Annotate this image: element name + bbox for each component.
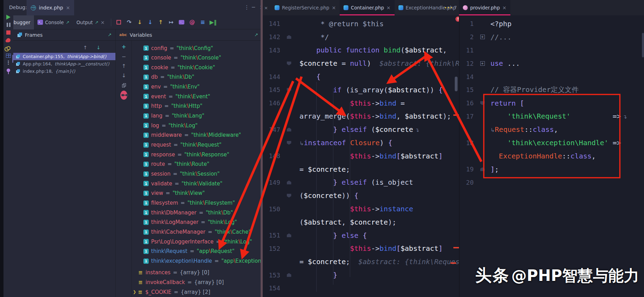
variable-row[interactable]: 1console = "think\Console" xyxy=(143,53,221,63)
debug-session-tab[interactable]: index.php × xyxy=(27,0,74,15)
more-actions-icon[interactable]: ⋮ xyxy=(5,59,12,66)
variable-row[interactable]: 1lang = "think\Lang" xyxy=(143,111,204,121)
move-up-icon[interactable]: ↑ xyxy=(120,63,127,70)
scrollbar-thumb[interactable] xyxy=(455,77,458,91)
code-line: $this->bind = xyxy=(299,97,405,110)
editor-tab-label: provider.php xyxy=(470,5,500,10)
more-tabs-dots-icon: ••• xyxy=(444,6,453,10)
variable-row[interactable]: 1env = "think\Env" xyxy=(143,82,200,92)
code-line: } elseif ($concrete ↴ xyxy=(299,123,419,136)
variable-row[interactable]: ❯≡$_COOKIE = {array} [2] xyxy=(133,287,210,297)
minimize-icon[interactable]: ─ xyxy=(252,4,255,10)
rerun-icon[interactable] xyxy=(5,14,12,20)
next-frame-icon[interactable]: ↓ xyxy=(97,45,101,50)
expand-icon[interactable]: ↗ xyxy=(254,32,258,37)
variable-row[interactable]: 1event = "think\Event" xyxy=(143,92,210,101)
variable-row[interactable]: 1think\Request = "app\Request" xyxy=(143,247,234,256)
error-indicator-icon[interactable]: ! xyxy=(455,16,459,22)
fold-marker-icon[interactable] xyxy=(285,57,293,70)
tab-console[interactable]: >_ Console ↗ xyxy=(34,15,73,29)
close-icon[interactable]: × xyxy=(332,5,336,10)
previous-frame-icon[interactable]: ↑ xyxy=(83,45,87,50)
mute-breakpoints-icon[interactable] xyxy=(5,45,12,51)
fold-marker-icon[interactable] xyxy=(285,123,293,136)
frame-row[interactable]: Container.php:155,think\App->bind() xyxy=(13,53,115,60)
variable-row[interactable]: 1Psr\Log\LoggerInterface = "think\Log" xyxy=(143,237,252,246)
open-in-new-icon[interactable]: ↗ xyxy=(66,20,69,25)
variable-row[interactable]: 1think\exception\Handle = "app\Exception… xyxy=(143,256,261,266)
close-icon[interactable]: × xyxy=(100,20,105,25)
fold-marker-icon[interactable] xyxy=(285,30,293,44)
variable-row[interactable]: 1response = "think\Response" xyxy=(143,150,229,159)
variable-row[interactable]: ≡invokeCallback = {array} [0] xyxy=(138,277,224,287)
fold-marker-icon[interactable] xyxy=(479,163,486,176)
step-over-icon[interactable]: ↷ xyxy=(125,18,134,27)
fold-marker-icon[interactable] xyxy=(479,97,486,110)
more-tabs-indicator[interactable]: •••7 xyxy=(444,0,457,15)
fold-marker-icon[interactable] xyxy=(285,229,293,242)
editor-tab-provider-php[interactable]: provider.php× xyxy=(459,0,510,15)
variable-row[interactable]: 1filesystem = "think\Filesystem" xyxy=(143,198,235,208)
open-in-new-icon[interactable]: ↗ xyxy=(95,20,98,25)
editor-provider-php[interactable]: 12111214151617181920++<?php//...use .../… xyxy=(459,15,644,297)
editor-tab-registerservice-php[interactable]: RegisterService.php× xyxy=(271,0,340,15)
pause-icon[interactable] xyxy=(5,22,12,28)
variable-row[interactable]: 1validate = "think\Validate" xyxy=(143,179,222,188)
fold-marker-icon[interactable] xyxy=(285,136,293,149)
fold-marker-icon[interactable]: + xyxy=(479,30,486,44)
fold-marker-icon[interactable] xyxy=(285,83,293,97)
variable-row[interactable]: 1route = "think\Route" xyxy=(143,160,209,169)
variable-row[interactable]: 1config = "think\Config" xyxy=(143,43,213,53)
view-breakpoints-icon[interactable]: ≡ xyxy=(198,18,207,27)
step-out-icon[interactable]: ↑ xyxy=(156,18,165,27)
close-icon[interactable]: × xyxy=(387,5,391,10)
variable-row[interactable]: 1view = "think\View" xyxy=(143,189,205,198)
scrollbar-thumb[interactable] xyxy=(642,33,644,57)
stop-icon[interactable] xyxy=(5,29,12,36)
fold-marker-icon[interactable] xyxy=(285,189,293,202)
close-icon[interactable]: × xyxy=(263,5,271,10)
variable-row[interactable]: 1log = "think\Log" xyxy=(143,121,198,130)
variable-row[interactable]: 1http = "think\Http" xyxy=(143,101,203,111)
variable-row[interactable]: ≡instances = {array} [0] xyxy=(138,268,209,277)
copy-icon[interactable] xyxy=(120,82,127,89)
editor-container-php[interactable]: 1411421431441451461471481491501511521531… xyxy=(263,15,459,297)
mention-icon[interactable]: @ xyxy=(187,18,197,27)
add-watch-icon[interactable]: + xyxy=(120,43,127,50)
frame-row[interactable]: App.php:164,think\App->__construct() xyxy=(13,60,115,68)
chevron-right-icon[interactable]: ❯ xyxy=(133,290,136,294)
run-to-cursor-icon[interactable]: ↦ xyxy=(167,18,176,27)
fold-marker-icon[interactable] xyxy=(285,268,293,282)
remove-watch-icon[interactable]: − xyxy=(120,53,127,60)
close-icon[interactable]: × xyxy=(502,5,507,10)
tab-output[interactable]: Output ↗ × xyxy=(73,15,108,29)
expand-icon[interactable]: ↗ xyxy=(108,32,112,37)
show-types-glasses-icon[interactable] xyxy=(120,92,127,99)
variable-row[interactable]: 1request = "think\Request" xyxy=(143,140,221,150)
move-down-icon[interactable]: ↓ xyxy=(120,72,127,79)
fold-marker-icon[interactable]: + xyxy=(479,57,486,70)
variable-row[interactable]: 1think\DbManager = "think\Db" xyxy=(143,208,233,217)
show-execution-point-icon[interactable] xyxy=(114,18,123,27)
force-step-into-icon[interactable]: ↓ xyxy=(146,18,155,27)
fold-marker-icon[interactable] xyxy=(285,176,293,189)
frame-row[interactable]: index.php:18,{main}() xyxy=(13,68,115,75)
variable-row[interactable]: 1cookie = "think\Cookie" xyxy=(143,63,215,72)
evaluate-expression-icon[interactable]: >_ xyxy=(177,18,186,27)
pin-tab-icon[interactable] xyxy=(5,67,12,73)
variable-row[interactable]: 1think\CacheManager = "think\Cache" xyxy=(143,227,251,237)
pane-splitter[interactable] xyxy=(261,0,263,297)
editor-tab-container-php[interactable]: Container.php× xyxy=(340,0,394,15)
close-icon[interactable]: × xyxy=(66,5,70,10)
more-options-icon[interactable]: ⋮ xyxy=(244,4,249,10)
line-number: 2 xyxy=(460,30,476,44)
frame-method: {main}() xyxy=(55,69,75,74)
step-into-icon[interactable]: ↓ xyxy=(135,18,144,27)
variable-row[interactable]: 1think\LogManager = "think\Log" xyxy=(143,218,237,227)
variable-row[interactable]: 1db = "think\Db" xyxy=(143,72,194,82)
variable-row[interactable]: 1session = "think\Session" xyxy=(143,169,220,179)
variable-row[interactable]: 1middleware = "think\Middleware" xyxy=(143,130,241,140)
resume-icon[interactable]: ▶‖ xyxy=(208,18,218,27)
view-breakpoints-icon[interactable] xyxy=(5,37,12,43)
restore-layout-icon[interactable] xyxy=(5,52,12,59)
